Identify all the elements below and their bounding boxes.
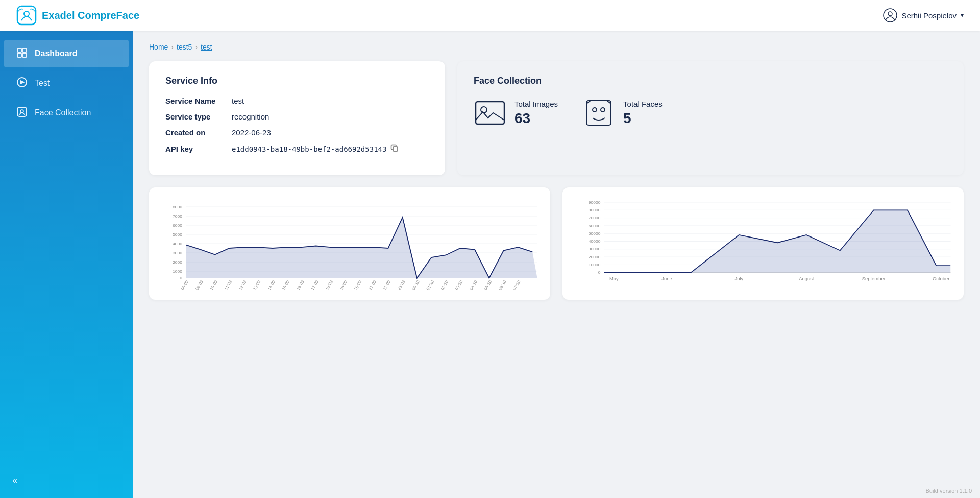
svg-marker-9 bbox=[20, 80, 25, 84]
svg-point-16 bbox=[593, 108, 597, 112]
svg-text:11:09: 11:09 bbox=[223, 279, 233, 290]
svg-text:23:09: 23:09 bbox=[396, 279, 406, 290]
sidebar-test-label: Test bbox=[35, 79, 50, 88]
face-collection-card: Face Collection Total Images bbox=[457, 61, 964, 175]
svg-rect-13 bbox=[476, 102, 504, 124]
svg-text:20000: 20000 bbox=[589, 254, 601, 259]
svg-text:14:09: 14:09 bbox=[266, 279, 277, 290]
build-version: Build version 1.1.0 bbox=[926, 488, 972, 494]
total-images-info: Total Images 63 bbox=[514, 100, 558, 127]
copy-api-key-icon[interactable] bbox=[390, 144, 399, 154]
svg-text:70000: 70000 bbox=[589, 215, 601, 220]
svg-text:June: June bbox=[662, 276, 672, 281]
value-service-name: test bbox=[232, 97, 244, 105]
svg-text:10000: 10000 bbox=[589, 262, 601, 267]
breadcrumb-home[interactable]: Home bbox=[149, 43, 168, 51]
svg-text:6000: 6000 bbox=[173, 223, 182, 228]
svg-text:03:10: 03:10 bbox=[454, 279, 464, 290]
value-api-key: e1dd0943-ba18-49bb-bef2-ad6692d53143 bbox=[232, 145, 386, 153]
face-collection-stats: Total Images 63 bbox=[474, 97, 947, 129]
header: Exadel CompreFace Serhii Pospielov ▾ bbox=[0, 0, 980, 31]
svg-text:August: August bbox=[799, 276, 814, 281]
label-service-name: Service Name bbox=[165, 97, 232, 105]
stat-total-faces: Total Faces 5 bbox=[582, 97, 663, 129]
svg-point-11 bbox=[20, 110, 23, 113]
svg-text:5000: 5000 bbox=[173, 232, 182, 237]
svg-text:19:09: 19:09 bbox=[338, 279, 349, 290]
svg-point-17 bbox=[601, 108, 605, 112]
logo-text: Exadel CompreFace bbox=[42, 10, 139, 21]
svg-text:18:09: 18:09 bbox=[324, 279, 334, 290]
svg-text:0: 0 bbox=[598, 270, 601, 275]
breadcrumb-sep2: › bbox=[195, 43, 198, 51]
sidebar-item-face-collection[interactable]: Face Collection bbox=[4, 99, 129, 127]
total-faces-icon bbox=[582, 97, 615, 129]
total-faces-info: Total Faces 5 bbox=[623, 100, 663, 127]
svg-text:12:09: 12:09 bbox=[237, 279, 248, 290]
svg-text:1000: 1000 bbox=[173, 269, 182, 274]
sidebar-collapse-button[interactable]: « bbox=[12, 475, 17, 486]
label-created-on: Created on bbox=[165, 128, 232, 137]
total-images-icon bbox=[474, 97, 506, 129]
value-created-on: 2022-06-23 bbox=[232, 128, 271, 137]
svg-text:08:09: 08:09 bbox=[180, 279, 190, 290]
hourly-chart-svg: 8000 7000 6000 5000 4000 3000 2000 1000 … bbox=[157, 198, 542, 290]
svg-text:September: September bbox=[862, 276, 886, 281]
total-images-value: 63 bbox=[514, 110, 558, 127]
chart-monthly: 90000 80000 70000 60000 50000 40000 3000… bbox=[562, 187, 964, 300]
svg-text:20:09: 20:09 bbox=[353, 279, 363, 290]
svg-point-14 bbox=[481, 107, 487, 113]
svg-point-2 bbox=[884, 9, 897, 22]
sidebar-item-test[interactable]: Test bbox=[4, 69, 129, 97]
svg-text:30000: 30000 bbox=[589, 247, 601, 252]
svg-text:06:10: 06:10 bbox=[497, 279, 507, 290]
breadcrumb-test5[interactable]: test5 bbox=[177, 43, 192, 51]
svg-text:60000: 60000 bbox=[589, 223, 601, 228]
sidebar: Dashboard Test Face Collection « bbox=[0, 31, 133, 498]
svg-rect-5 bbox=[22, 48, 27, 52]
service-info-card: Service Info Service Name test Service t… bbox=[149, 61, 445, 175]
svg-text:05:10: 05:10 bbox=[483, 279, 493, 290]
total-images-label: Total Images bbox=[514, 100, 558, 108]
svg-rect-4 bbox=[17, 48, 21, 52]
user-avatar-icon bbox=[883, 8, 897, 22]
svg-rect-15 bbox=[586, 101, 611, 125]
info-row-created: Created on 2022-06-23 bbox=[165, 128, 429, 137]
logo[interactable]: Exadel CompreFace bbox=[16, 5, 139, 26]
info-row-api-key: API key e1dd0943-ba18-49bb-bef2-ad6692d5… bbox=[165, 144, 429, 154]
svg-rect-7 bbox=[22, 53, 27, 57]
svg-text:50000: 50000 bbox=[589, 231, 601, 236]
svg-text:01:10: 01:10 bbox=[425, 279, 435, 290]
test-icon bbox=[16, 77, 28, 90]
svg-point-3 bbox=[888, 12, 892, 16]
svg-text:17:09: 17:09 bbox=[310, 279, 320, 290]
info-row-name: Service Name test bbox=[165, 97, 429, 105]
breadcrumb-test[interactable]: test bbox=[201, 43, 212, 51]
user-name: Serhii Pospielov bbox=[901, 11, 957, 20]
svg-text:80000: 80000 bbox=[589, 207, 601, 212]
svg-text:07:10: 07:10 bbox=[511, 279, 522, 290]
svg-text:7000: 7000 bbox=[173, 214, 182, 219]
sidebar-dashboard-label: Dashboard bbox=[35, 49, 78, 58]
total-faces-label: Total Faces bbox=[623, 100, 663, 108]
svg-point-1 bbox=[24, 11, 29, 16]
svg-rect-0 bbox=[17, 6, 36, 25]
svg-text:04:10: 04:10 bbox=[469, 279, 479, 290]
svg-text:May: May bbox=[609, 276, 619, 281]
svg-text:8000: 8000 bbox=[173, 204, 182, 209]
cards-row: Service Info Service Name test Service t… bbox=[149, 61, 964, 175]
sidebar-item-dashboard[interactable]: Dashboard bbox=[4, 40, 129, 67]
svg-text:10:09: 10:09 bbox=[209, 279, 219, 290]
svg-text:22:09: 22:09 bbox=[382, 279, 392, 290]
charts-row: 8000 7000 6000 5000 4000 3000 2000 1000 … bbox=[149, 187, 964, 300]
svg-text:02:10: 02:10 bbox=[439, 279, 450, 290]
user-dropdown-icon: ▾ bbox=[961, 12, 964, 19]
svg-text:0: 0 bbox=[180, 275, 182, 280]
svg-text:4000: 4000 bbox=[173, 241, 182, 246]
user-section[interactable]: Serhii Pospielov ▾ bbox=[883, 8, 964, 22]
svg-rect-12 bbox=[393, 147, 398, 151]
svg-text:21:09: 21:09 bbox=[368, 279, 378, 290]
breadcrumb: Home › test5 › test bbox=[149, 43, 964, 51]
svg-text:16:09: 16:09 bbox=[295, 279, 305, 290]
logo-icon bbox=[16, 5, 37, 26]
